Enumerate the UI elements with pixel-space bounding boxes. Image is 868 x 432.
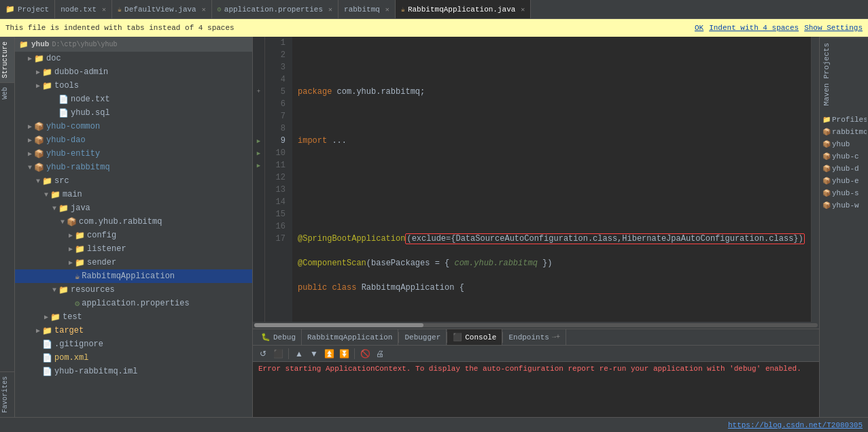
restart-button[interactable]: ↺ (257, 348, 269, 360)
tree-item-dubbo[interactable]: ▶ 📁 dubbo-admin (15, 65, 252, 79)
tree-item-package[interactable]: ▼ 📦 com.yhub.rabbitmq (15, 215, 252, 229)
tree-item-tools[interactable]: ▶ 📁 tools (15, 79, 252, 93)
tree-item-resources[interactable]: ▼ 📁 resources (15, 283, 252, 297)
maven-yhubs[interactable]: 📦 yhub-s (821, 187, 867, 199)
expand-arrow: ▶ (26, 54, 34, 63)
tree-item-yhubcommon[interactable]: ▶ 📦 yhub-common (15, 120, 252, 133)
expand-arrow: ▶ (67, 259, 75, 267)
toolbar-separator (354, 348, 355, 359)
tab-rabbitmqapp[interactable]: ☕ RabbitmqApplication.java ✕ (396, 0, 532, 18)
tab-rabbitmq[interactable]: rabbitmq ✕ (338, 0, 396, 18)
error-text: Error starting ApplicationContext. To di… (258, 365, 801, 373)
run-icon[interactable]: ▶ (253, 135, 264, 147)
status-url[interactable]: https://blog.csdn.net/T2080305 (728, 421, 863, 429)
structure-tab[interactable]: Structure (0, 37, 14, 82)
tree-item-appprops[interactable]: ⚙ application.properties (15, 297, 252, 310)
horizontal-scrollbar[interactable] (253, 322, 819, 329)
tab-project[interactable]: 📁 Project (0, 0, 55, 18)
expand-arrow: ▶ (26, 136, 34, 144)
expand-arrow: ▼ (58, 218, 67, 226)
tree-item-sender[interactable]: ▶ 📁 sender (15, 256, 252, 269)
module-icon: 📦 (34, 135, 44, 146)
folder-icon: 📁 (5, 5, 15, 14)
maven-yhubc[interactable]: 📦 yhub-c (821, 150, 867, 163)
folder-icon: 📁 (75, 244, 85, 254)
maven-header[interactable]: Maven Projects (820, 37, 868, 111)
print-button[interactable]: 🖨 (374, 348, 386, 360)
debug-tab[interactable]: 🐛 Debug (256, 329, 302, 345)
maven-yhubw[interactable]: 📦 yhub-w (821, 199, 867, 212)
vertical-scrollbar[interactable] (811, 37, 819, 322)
tree-item-src[interactable]: ▼ 📁 src (15, 174, 252, 188)
bottom-panel: 🐛 Debug RabbitmqApplication Debugger ⬛ C… (253, 329, 819, 417)
favorites-tab[interactable]: Favorites (0, 371, 14, 417)
module-icon: 📦 (822, 165, 831, 173)
maven-yhube[interactable]: 📦 yhub-e (821, 175, 867, 187)
git-icon: 📄 (42, 339, 52, 350)
notification-settings[interactable]: Show Settings (804, 24, 863, 32)
expand-arrow: ▼ (42, 191, 50, 199)
rabbitmq-run-tab[interactable]: RabbitmqApplication (302, 329, 398, 345)
tree-item-target[interactable]: ▶ 📁 target (15, 324, 252, 337)
close-icon[interactable]: ✕ (385, 5, 389, 14)
tree-container[interactable]: ▶ 📁 doc ▶ 📁 dubbo-admin ▶ 📁 tools (15, 52, 252, 417)
left-edge: Structure Web Favorites (0, 37, 15, 417)
bottom-tab-bar: 🐛 Debug RabbitmqApplication Debugger ⬛ C… (253, 329, 819, 346)
folder-icon: 📁 (50, 190, 60, 200)
line-numbers: 1 2 3 4 5 6 7 8 9 10 11 12 13 14 15 16 1 (265, 37, 292, 322)
close-icon[interactable]: ✕ (202, 5, 206, 14)
scroll-top-button[interactable]: ⏫ (323, 348, 335, 360)
tree-item-yhubentity[interactable]: ▶ 📦 yhub-entity (15, 147, 252, 161)
maven-rabbitmq[interactable]: 📦 rabbitmq (821, 126, 867, 138)
tree-item-yhubsql[interactable]: 📄 yhub.sql (15, 106, 252, 120)
run-icon2[interactable]: ▶ (253, 147, 264, 159)
tab-appprops[interactable]: ⚙ application.properties ✕ (212, 0, 338, 18)
tree-item-test[interactable]: ▶ 📁 test (15, 310, 252, 324)
web-tab[interactable]: Web (0, 82, 14, 103)
clear-button[interactable]: 🚫 (359, 348, 371, 360)
tab-nodetxt[interactable]: node.txt ✕ (55, 0, 112, 18)
tree-item-pomxml[interactable]: 📄 pom.xml (15, 351, 252, 365)
tree-item-iml[interactable]: 📄 yhub-rabbitmq.iml (15, 365, 252, 378)
close-icon[interactable]: ✕ (521, 5, 525, 14)
scroll-down-button[interactable]: ▼ (308, 348, 320, 360)
tab-defaultview[interactable]: ☕ DefaultView.java ✕ (112, 0, 212, 18)
java-icon: ☕ (118, 5, 122, 14)
bug-icon: 🐛 (261, 333, 271, 342)
tree-item-yhubrabbitmq[interactable]: ▼ 📦 yhub-rabbitmq (15, 161, 252, 174)
fold-indicator[interactable]: + (253, 86, 264, 98)
tree-item-doc[interactable]: ▶ 📁 doc (15, 52, 252, 65)
tree-item-gitignore[interactable]: 📄 .gitignore (15, 337, 252, 351)
folder-icon: 📁 (822, 116, 831, 124)
run-icon3[interactable]: ▶ (253, 159, 264, 171)
module-icon: 📦 (822, 177, 831, 185)
maven-yhub[interactable]: 📦 yhub (821, 138, 867, 150)
code-editor[interactable]: package com.yhub.rabbitmq; import ... @S… (292, 37, 811, 322)
tree-item-nodetxt[interactable]: 📄 node.txt (15, 93, 252, 106)
notification-bar: This file is indented with tabs instead … (0, 19, 868, 37)
tree-item-java[interactable]: ▼ 📁 java (15, 201, 252, 215)
close-icon[interactable]: ✕ (102, 5, 106, 14)
tree-item-listener[interactable]: ▶ 📁 listener (15, 242, 252, 256)
console-tab[interactable]: ⬛ Console (447, 329, 502, 345)
endpoints-tab[interactable]: Endpoints →+ (503, 329, 566, 345)
tree-item-yhubdao[interactable]: ▶ 📦 yhub-dao (15, 133, 252, 147)
tree-item-main[interactable]: ▼ 📁 main (15, 188, 252, 201)
stop-button[interactable]: ⬛ (272, 348, 284, 360)
close-icon[interactable]: ✕ (328, 5, 332, 14)
console-toolbar: ↺ ⬛ ▲ ▼ ⏫ ⏬ 🚫 🖨 (253, 346, 819, 362)
notification-ok[interactable]: OK (695, 24, 704, 32)
tree-item-config[interactable]: ▶ 📁 config (15, 229, 252, 242)
module-icon: 📦 (822, 140, 831, 148)
tree-item-rabbitmqapp[interactable]: ☕ RabbitmqApplication (15, 269, 252, 283)
expand-arrow: ▶ (26, 122, 34, 131)
debugger-tab[interactable]: Debugger (399, 329, 447, 345)
maven-yhubd[interactable]: 📦 yhub-d (821, 163, 867, 175)
notification-indent[interactable]: Indent with 4 spaces (709, 24, 799, 32)
maven-profiles[interactable]: 📁 Profiles (821, 114, 867, 126)
scroll-bottom-button[interactable]: ⏬ (338, 348, 350, 360)
scroll-up-button[interactable]: ▲ (293, 348, 305, 360)
scrollbar-track[interactable] (254, 323, 818, 327)
scrollbar-thumb[interactable] (254, 323, 423, 327)
tab-bar: 📁 Project node.txt ✕ ☕ DefaultView.java … (0, 0, 868, 19)
